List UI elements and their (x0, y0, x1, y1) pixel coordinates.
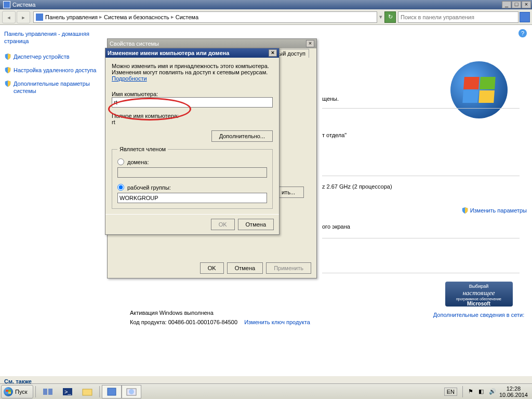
workgroup-label: рабочей группы: (127, 184, 171, 191)
nav-forward-button[interactable] (17, 11, 30, 23)
breadcrumb-sep: ▸ (171, 14, 174, 20)
taskbar-powershell-icon[interactable]: >_ (58, 385, 77, 398)
domain-input (117, 167, 267, 178)
language-indicator[interactable]: EN (444, 388, 457, 396)
cp-home-link[interactable]: Панель управления - домашняя страница (4, 30, 102, 45)
clock-date: 10.06.2014 (499, 392, 528, 398)
change-params-label: Изменить параметры (470, 207, 527, 214)
taskbar-app-window[interactable] (122, 385, 141, 398)
apply-button[interactable]: Применить (266, 262, 311, 274)
ok-button[interactable]: OK (200, 262, 224, 274)
sidebar-item-advanced[interactable]: Дополнительные параметры системы (4, 80, 102, 98)
ok-button[interactable]: OK (211, 219, 235, 230)
breadcrumb-item[interactable]: Система (176, 14, 198, 20)
start-label: Пуск (15, 389, 28, 395)
breadcrumb-sep: ▸ (99, 14, 102, 20)
sidebar-label: Настройка удаленного доступа (14, 66, 96, 74)
details-link[interactable]: Подробности (112, 75, 147, 82)
minimize-button[interactable]: _ (502, 1, 511, 8)
maximize-button[interactable]: □ (512, 1, 521, 8)
svg-rect-5 (108, 388, 116, 395)
clock-time: 12:28 (499, 385, 528, 392)
search-button[interactable] (520, 12, 530, 22)
dialog-info-text: Можно изменить имя и принадлежность этог… (112, 63, 273, 82)
genuine-line4: Microsoft (447, 301, 511, 307)
arrow-right-icon (21, 14, 26, 20)
dialog-title: Свойства системы (110, 41, 306, 47)
breadcrumb-item[interactable]: Панель управления (45, 14, 98, 20)
close-button[interactable]: × (522, 1, 531, 8)
dialog-titlebar[interactable]: Свойства системы × (108, 39, 316, 48)
window-titlebar: Система _ □ × (0, 0, 532, 9)
sidebar-label: Диспетчер устройств (14, 53, 70, 60)
member-of-legend: Является членом (117, 146, 168, 152)
partial-rights: щены. (322, 96, 339, 102)
search-input[interactable] (401, 14, 516, 20)
right-column: Изменить параметры Выбирай настоящее про… (425, 25, 532, 376)
sidebar-item-remote[interactable]: Настройка удаленного доступа (4, 66, 102, 77)
more-info-link[interactable]: Дополнительные сведения в сети: (431, 312, 527, 318)
taskbar-explorer-icon[interactable] (77, 385, 97, 398)
dialog-close-button[interactable]: × (269, 49, 277, 57)
svg-rect-1 (48, 389, 52, 395)
windows-logo (450, 61, 508, 118)
dialog-close-button[interactable]: × (306, 40, 314, 47)
svg-text:>_: >_ (64, 389, 71, 395)
arrow-left-icon (7, 14, 11, 20)
shield-icon (4, 80, 11, 87)
tray-sound-icon[interactable]: 🔊 (489, 388, 496, 395)
svg-rect-0 (43, 389, 47, 395)
system-tray: EN ⚑ ◧ 🔊 12:28 10.06.2014 (441, 385, 531, 398)
breadcrumb-dropdown[interactable]: ▾ (379, 14, 382, 20)
breadcrumb-item[interactable]: Система и безопасность (104, 14, 169, 20)
control-panel-icon (36, 14, 43, 21)
nav-back-button[interactable] (2, 11, 16, 23)
full-name-value: rt (112, 119, 273, 125)
domain-radio[interactable] (117, 158, 124, 165)
workgroup-radio[interactable] (117, 184, 124, 191)
sidebar: Панель управления - домашняя страница Ди… (0, 25, 107, 376)
partial-proc: z 2.67 GHz (2 процессора) (322, 183, 392, 190)
refresh-button[interactable]: ↻ (384, 11, 396, 23)
genuine-line3: программное обеспечение (447, 297, 511, 301)
advanced-button[interactable]: Дополнительно... (211, 130, 273, 142)
window-title: Система (12, 2, 502, 8)
full-name-label: Полное имя компьютера: (112, 113, 179, 119)
domain-label: домена: (127, 159, 149, 165)
taskbar-system-window[interactable] (102, 385, 122, 398)
sidebar-label: Дополнительные параметры системы (14, 80, 102, 95)
product-key: Код продукта: 00486-001-0001076-84500 (130, 319, 237, 325)
shield-icon (461, 207, 469, 214)
cancel-button[interactable]: Отмена (227, 262, 263, 274)
partial-dept: т отдела" (322, 132, 347, 138)
genuine-line1: Выбирай (447, 284, 511, 289)
taskbar-server-manager-icon[interactable] (38, 385, 58, 398)
activation-status: Активация Windows выполнена (130, 310, 310, 316)
breadcrumb[interactable]: Панель управления ▸ Система и безопаснос… (33, 11, 377, 23)
taskbar: Пуск >_ EN ⚑ ◧ 🔊 12:28 10.06.2014 (0, 383, 532, 399)
computer-name-label: Имя компьютера: (112, 91, 158, 97)
start-orb-icon (4, 387, 13, 396)
workgroup-input[interactable] (117, 193, 267, 203)
svg-point-7 (129, 389, 134, 394)
toolbar: Панель управления ▸ Система и безопаснос… (0, 9, 532, 25)
change-key-link[interactable]: Изменить ключ продукта (244, 319, 310, 325)
dialog-titlebar[interactable]: Изменение имени компьютера или домена × (105, 48, 279, 58)
shield-icon (4, 53, 11, 60)
app-icon (3, 1, 10, 8)
change-params-link[interactable]: Изменить параметры (431, 207, 527, 214)
genuine-line2: настоящее (447, 289, 511, 297)
sidebar-item-device-manager[interactable]: Диспетчер устройств (4, 53, 102, 63)
tray-network-icon[interactable]: ◧ (478, 388, 486, 395)
svg-rect-4 (83, 389, 92, 395)
partial-screen: ого экрана (322, 223, 350, 230)
shield-icon (4, 66, 11, 74)
tray-flag-icon[interactable]: ⚑ (468, 388, 475, 395)
cancel-button[interactable]: Отмена (238, 219, 274, 230)
clock[interactable]: 12:28 10.06.2014 (499, 385, 528, 398)
genuine-badge[interactable]: Выбирай настоящее программное обеспечени… (445, 282, 513, 307)
computer-name-input[interactable] (112, 97, 273, 108)
member-of-group: Является членом домена: рабочей группы: (112, 146, 273, 209)
change-name-dialog: Изменение имени компьютера или домена × … (105, 48, 280, 235)
start-button[interactable]: Пуск (1, 385, 33, 398)
